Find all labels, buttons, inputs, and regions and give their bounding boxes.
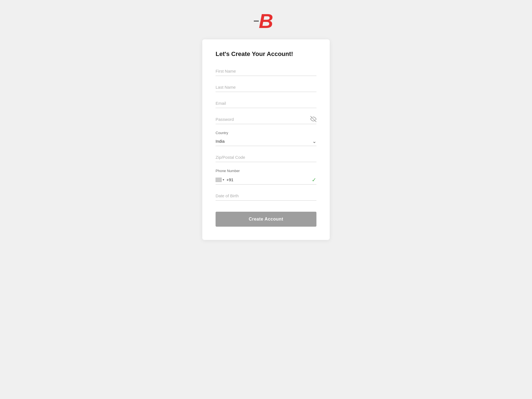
- phone-verified-check-icon: ✓: [312, 177, 316, 183]
- registration-form-card: Let's Create Your Account!: [202, 39, 330, 240]
- zip-code-input[interactable]: [216, 153, 316, 162]
- phone-number-input[interactable]: [235, 177, 316, 182]
- email-input[interactable]: [216, 99, 316, 108]
- password-input[interactable]: [216, 115, 316, 124]
- flag-icon: [216, 178, 222, 182]
- phone-group: Phone Number ▼ +91 ✓: [216, 169, 316, 185]
- flag-dropdown-arrow-icon: ▼: [222, 178, 225, 181]
- country-group: Country India United States United Kingd…: [216, 131, 316, 146]
- country-select[interactable]: India United States United Kingdom Austr…: [216, 139, 316, 144]
- eye-slash-icon: [310, 116, 316, 123]
- create-account-button[interactable]: Create Account: [216, 212, 316, 227]
- first-name-input[interactable]: [216, 66, 316, 76]
- dob-group: [216, 191, 316, 201]
- country-label: Country: [216, 131, 316, 135]
- flag-selector[interactable]: ▼: [216, 178, 225, 182]
- zip-code-group: [216, 153, 316, 162]
- phone-label: Phone Number: [216, 169, 316, 173]
- form-title: Let's Create Your Account!: [216, 50, 316, 58]
- logo-container: B: [259, 11, 273, 31]
- logo-icon: B: [259, 11, 273, 31]
- dial-code: +91: [226, 177, 233, 182]
- first-name-group: [216, 66, 316, 76]
- last-name-group: [216, 83, 316, 92]
- password-toggle-button[interactable]: [310, 116, 316, 123]
- password-group: [216, 115, 316, 124]
- date-of-birth-input[interactable]: [216, 191, 316, 201]
- email-group: [216, 99, 316, 108]
- last-name-input[interactable]: [216, 83, 316, 92]
